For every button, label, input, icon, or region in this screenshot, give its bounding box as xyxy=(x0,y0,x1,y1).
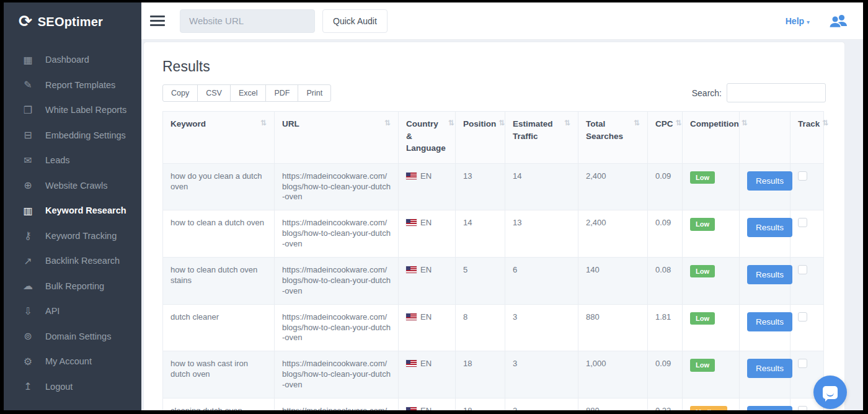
sidebar-item-white-label-reports[interactable]: ❐White Label Reports xyxy=(4,97,141,123)
column-header-keyword[interactable]: Keyword⇅ xyxy=(163,112,275,164)
results-button[interactable]: Results xyxy=(747,265,792,284)
cloud-download-icon: ⇩ xyxy=(21,305,35,317)
competition-badge: Low xyxy=(690,359,715,371)
cpc-cell: 0.09 xyxy=(648,351,683,398)
sort-icon[interactable]: ⇅ xyxy=(384,119,391,127)
sidebar-item-api[interactable]: ⇩API xyxy=(4,299,141,324)
track-cell xyxy=(790,210,824,258)
sidebar-item-leads[interactable]: ✉Leads xyxy=(4,148,141,173)
track-checkbox[interactable] xyxy=(798,265,807,274)
sidebar-item-label: Keyword Research xyxy=(45,205,126,215)
globe-icon: ⊚ xyxy=(21,330,35,342)
sidebar-item-label: Embedding Settings xyxy=(45,130,126,140)
column-label: Estimated Traffic xyxy=(513,118,562,142)
sort-icon[interactable]: ⇅ xyxy=(448,119,454,127)
csv-button[interactable]: CSV xyxy=(197,84,231,102)
results-cell: Results xyxy=(740,351,790,398)
competition-cell: Low xyxy=(683,163,740,210)
column-header-url[interactable]: URL⇅ xyxy=(275,112,399,164)
sort-icon[interactable]: ⇅ xyxy=(742,119,748,127)
column-label: Track xyxy=(798,118,820,130)
sidebar-item-logout[interactable]: ↥Logout xyxy=(4,374,141,400)
results-button[interactable]: Results xyxy=(747,218,792,237)
cpc-cell: 0.09 xyxy=(648,210,683,258)
search-input[interactable] xyxy=(727,83,826,102)
competition-badge: Low xyxy=(690,171,715,184)
sidebar-item-keyword-research[interactable]: ▥Keyword Research xyxy=(4,198,141,223)
topbar: Quick Audit Help ▾ xyxy=(141,2,863,40)
sort-icon[interactable]: ⇅ xyxy=(822,119,828,127)
website-url-input[interactable] xyxy=(180,9,315,33)
column-header-cpc[interactable]: CPC⇅ xyxy=(648,112,683,164)
sort-icon[interactable]: ⇅ xyxy=(564,119,570,127)
url-cell: https://madeincookware.com/blogs/how-to-… xyxy=(275,258,399,305)
language-label: EN xyxy=(420,406,432,410)
url-cell: https://madeincookware.com/blogs/how-to-… xyxy=(275,398,399,410)
table-row: how to clean dutch oven stainshttps://ma… xyxy=(163,258,824,305)
column-label: Competition xyxy=(690,118,739,130)
keyword-results-table: Keyword⇅URL⇅Country & Language⇅Position⇅… xyxy=(162,111,824,410)
column-label: Country & Language xyxy=(406,118,446,155)
app-logo[interactable]: ⟳ SEOptimer xyxy=(4,2,141,41)
us-flag-icon xyxy=(406,360,417,367)
results-button[interactable]: Results xyxy=(747,312,792,331)
us-flag-icon xyxy=(406,266,417,273)
column-label: Position xyxy=(463,118,496,130)
sidebar-item-my-account[interactable]: ⚙My Account xyxy=(4,349,141,374)
column-header-total-searches[interactable]: Total Searches⇅ xyxy=(578,112,648,164)
sidebar-item-keyword-tracking[interactable]: ⚷Keyword Tracking xyxy=(4,223,141,249)
position-cell: 5 xyxy=(456,258,505,305)
column-header-position[interactable]: Position⇅ xyxy=(456,112,505,164)
results-button[interactable]: Results xyxy=(747,171,792,191)
column-header-competition[interactable]: Competition⇅ xyxy=(683,112,740,164)
track-checkbox[interactable] xyxy=(798,359,807,368)
copy-button[interactable]: Copy xyxy=(162,84,198,102)
sort-icon[interactable]: ⇅ xyxy=(260,119,267,127)
results-button[interactable]: Results xyxy=(747,359,792,378)
language-label: EN xyxy=(420,218,432,227)
sort-icon[interactable]: ⇅ xyxy=(498,119,505,127)
sidebar-item-website-crawls[interactable]: ⊕Website Crawls xyxy=(4,173,141,199)
sort-icon[interactable]: ⇅ xyxy=(676,119,682,127)
track-checkbox[interactable] xyxy=(798,312,807,322)
chat-launcher-button[interactable] xyxy=(813,376,847,409)
us-flag-icon xyxy=(406,173,417,179)
sort-icon[interactable]: ⇅ xyxy=(634,119,640,127)
sidebar-item-dashboard[interactable]: ▦Dashboard xyxy=(4,47,141,73)
column-label: CPC xyxy=(655,118,673,130)
results-cell: Results xyxy=(740,398,790,410)
envelope-icon: ✉ xyxy=(21,155,35,166)
quick-audit-button[interactable]: Quick Audit xyxy=(322,9,388,33)
sidebar-menu: ▦Dashboard✎Report Templates❐White Label … xyxy=(4,41,141,399)
total-searches-cell: 880 xyxy=(578,304,648,351)
results-button[interactable]: Results xyxy=(747,406,792,410)
pdf-button[interactable]: PDF xyxy=(265,84,298,102)
cpc-cell: 0.08 xyxy=(648,258,683,305)
print-button[interactable]: Print xyxy=(298,84,331,102)
excel-button[interactable]: Excel xyxy=(230,84,267,102)
sidebar: ⟳ SEOptimer ▦Dashboard✎Report Templates❐… xyxy=(4,2,141,410)
country-language-cell: EN xyxy=(399,258,456,305)
column-header-estimated-traffic[interactable]: Estimated Traffic⇅ xyxy=(505,112,578,164)
sidebar-item-bulk-reporting[interactable]: ☁Bulk Reporting xyxy=(4,274,141,299)
sidebar-item-report-templates[interactable]: ✎Report Templates xyxy=(4,73,141,98)
help-dropdown[interactable]: Help ▾ xyxy=(786,16,810,26)
estimated-traffic-cell: 6 xyxy=(505,258,578,305)
track-checkbox[interactable] xyxy=(798,406,807,410)
hamburger-menu-icon[interactable] xyxy=(150,13,166,29)
sidebar-item-backlink-research[interactable]: ↗Backlink Research xyxy=(4,248,141,274)
sidebar-item-domain-settings[interactable]: ⊚Domain Settings xyxy=(4,324,141,349)
keyword-cell: how do you clean a dutch oven xyxy=(163,163,275,210)
results-card: Results CopyCSVExcelPDFPrint Search: Key… xyxy=(144,42,844,410)
estimated-traffic-cell: 3 xyxy=(505,304,578,351)
users-menu-button[interactable] xyxy=(828,14,848,29)
estimated-traffic-cell: 13 xyxy=(505,210,578,258)
column-header-country-language[interactable]: Country & Language⇅ xyxy=(399,112,456,164)
track-checkbox[interactable] xyxy=(798,218,807,227)
sidebar-item-embedding-settings[interactable]: ⊟Embedding Settings xyxy=(4,123,141,148)
sidebar-item-label: Report Templates xyxy=(45,80,115,90)
track-checkbox[interactable] xyxy=(798,171,807,181)
column-header-track[interactable]: Track⇅ xyxy=(790,112,824,164)
country-language-cell: EN xyxy=(399,304,456,351)
track-cell xyxy=(790,258,824,305)
